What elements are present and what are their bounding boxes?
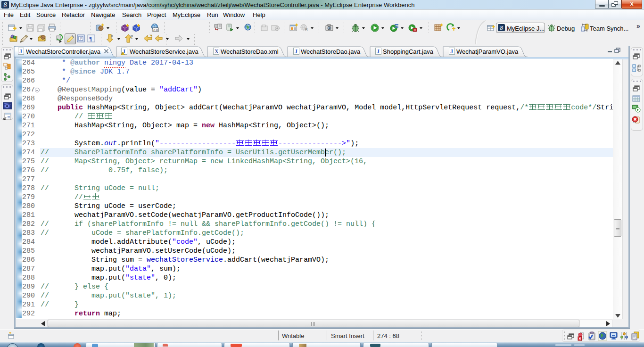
svg-text:J: J: [295, 48, 297, 55]
svg-text:X: X: [215, 48, 219, 55]
svg-text:J: J: [450, 48, 453, 55]
svg-text:R: R: [305, 27, 308, 32]
svg-text:¶: ¶: [89, 35, 92, 42]
svg-text:J: J: [19, 48, 22, 55]
svg-text:2.0: 2.0: [153, 28, 158, 32]
svg-text:J: J: [377, 48, 380, 55]
